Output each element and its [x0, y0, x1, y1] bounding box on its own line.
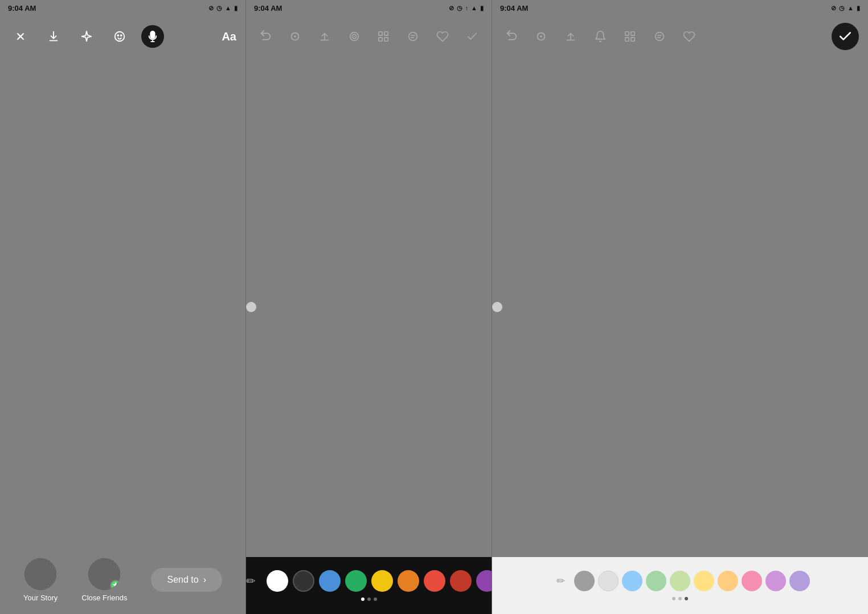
color-lightviolet-right[interactable]	[789, 571, 810, 591]
audio-icon	[146, 30, 159, 43]
upload-button-mid[interactable]	[314, 26, 335, 47]
pencil-tip-icon	[289, 30, 301, 43]
text-button[interactable]: Aa	[222, 30, 236, 43]
sparkle-icon	[80, 30, 93, 43]
color-darkred-mid[interactable]	[450, 570, 472, 592]
color-lightyellow-right[interactable]	[694, 571, 714, 591]
check-circle-icon	[838, 29, 853, 44]
battery-icon: ▮	[234, 5, 238, 12]
check-circle-button[interactable]	[832, 23, 859, 50]
canvas-right	[492, 57, 868, 557]
text-align-button-right[interactable]	[649, 26, 670, 47]
color-lightgray-right[interactable]	[598, 571, 619, 591]
heart-button-right[interactable]	[679, 26, 699, 47]
pencil-tip-button-mid[interactable]	[285, 26, 305, 47]
toolbar-mid	[246, 16, 492, 57]
svg-rect-11	[384, 32, 388, 35]
notification-icon-right: ⊘	[831, 5, 836, 12]
pen-tool-button-right[interactable]: ✏	[550, 571, 571, 591]
svg-point-2	[115, 32, 125, 42]
color-blue-mid[interactable]	[319, 570, 341, 592]
color-dark-mid[interactable]	[293, 570, 314, 592]
svg-point-4	[121, 35, 122, 36]
close-friends-option[interactable]: ★ Close Friends	[81, 558, 127, 602]
color-lightblue-right[interactable]	[622, 571, 642, 591]
grid-icon-right	[624, 30, 636, 43]
svg-rect-22	[631, 38, 634, 41]
close-button[interactable]	[9, 25, 32, 48]
download-button[interactable]	[42, 25, 65, 48]
check-icon-mid	[466, 30, 478, 43]
svg-point-9	[354, 36, 355, 37]
status-time-left: 9:04 AM	[8, 4, 36, 13]
notification-icon: ⊘	[208, 5, 214, 12]
status-bar-mid: 9:04 AM ⊘ ◷ ↑ ▲ ▮	[246, 0, 492, 16]
your-story-option[interactable]: Your Story	[23, 558, 58, 602]
grid-icon	[377, 30, 390, 43]
svg-point-18	[540, 35, 542, 38]
indicator-dot-r3	[685, 597, 688, 600]
wifi-icon: ▲	[225, 5, 231, 11]
undo-button-right[interactable]	[501, 26, 522, 47]
svg-rect-12	[379, 38, 382, 41]
mid-panel: 9:04 AM ⊘ ◷ ↑ ▲ ▮	[246, 0, 492, 614]
color-lightpink-right[interactable]	[742, 571, 762, 591]
audio-button[interactable]	[141, 25, 164, 48]
heart-icon-mid	[436, 30, 449, 43]
color-lightorange-right[interactable]	[718, 571, 738, 591]
wifi-icon-right: ▲	[847, 5, 854, 11]
check-button-mid[interactable]	[462, 26, 482, 47]
color-red-mid[interactable]	[424, 570, 445, 592]
layer-button-mid[interactable]	[344, 26, 365, 47]
canvas-left	[0, 57, 245, 546]
slider-handle-right[interactable]	[492, 302, 502, 312]
color-yellowgreen-right[interactable]	[670, 571, 690, 591]
color-yellow-mid[interactable]	[371, 570, 393, 592]
color-lightpurple-right[interactable]	[765, 571, 786, 591]
color-dots-right: ✏	[550, 571, 810, 591]
color-purple-mid[interactable]	[476, 570, 493, 592]
grid-button-right[interactable]	[620, 26, 640, 47]
upload-button-right[interactable]	[560, 26, 581, 47]
status-icons-left: ⊘ ◷ ▲ ▮	[208, 5, 238, 12]
undo-button-mid[interactable]	[255, 26, 276, 47]
color-dots-mid: ✏	[246, 570, 492, 592]
pencil-tip-icon-right	[535, 30, 547, 43]
pencil-tip-button-right[interactable]	[531, 26, 551, 47]
status-bar-right: 9:04 AM ⊘ ◷ ▲ ▮	[492, 0, 868, 16]
heart-button-mid[interactable]	[432, 26, 453, 47]
color-gray-right[interactable]	[574, 571, 595, 591]
face-button[interactable]	[108, 25, 131, 48]
text-align-icon	[407, 30, 419, 43]
notification-icon-mid: ⊘	[449, 5, 454, 12]
svg-rect-13	[384, 38, 388, 41]
left-panel: 9:04 AM ⊘ ◷ ▲ ▮	[0, 0, 246, 614]
your-story-label: Your Story	[23, 593, 58, 602]
upload-icon	[318, 30, 331, 43]
page-indicator-right	[672, 597, 688, 600]
pen-tool-button-mid[interactable]: ✏	[246, 570, 262, 592]
indicator-dot-3	[374, 597, 377, 601]
sparkle-button[interactable]	[75, 25, 98, 48]
svg-point-14	[409, 32, 417, 41]
indicator-dot-r1	[672, 597, 675, 600]
color-white-mid[interactable]	[267, 570, 288, 592]
canvas-mid	[246, 57, 492, 557]
svg-rect-10	[379, 32, 382, 35]
grid-button-mid[interactable]	[374, 26, 394, 47]
color-green-mid[interactable]	[345, 570, 367, 592]
status-bar-left: 9:04 AM ⊘ ◷ ▲ ▮	[0, 0, 245, 16]
color-lightgreen-right[interactable]	[646, 571, 666, 591]
bell-button-right[interactable]	[590, 26, 611, 47]
send-to-button[interactable]: Send to ›	[151, 568, 222, 592]
battery-icon-right: ▮	[857, 5, 860, 12]
slider-handle-mid[interactable]	[246, 302, 256, 312]
status-time-right: 9:04 AM	[500, 4, 528, 13]
avatar-image	[24, 558, 56, 590]
right-panel: 9:04 AM ⊘ ◷ ▲ ▮	[492, 0, 868, 614]
svg-point-6	[294, 35, 296, 38]
arrow-icon-mid: ↑	[465, 5, 469, 11]
color-orange-mid[interactable]	[398, 570, 419, 592]
battery-icon-mid: ▮	[480, 5, 484, 12]
text-align-button-mid[interactable]	[403, 26, 423, 47]
